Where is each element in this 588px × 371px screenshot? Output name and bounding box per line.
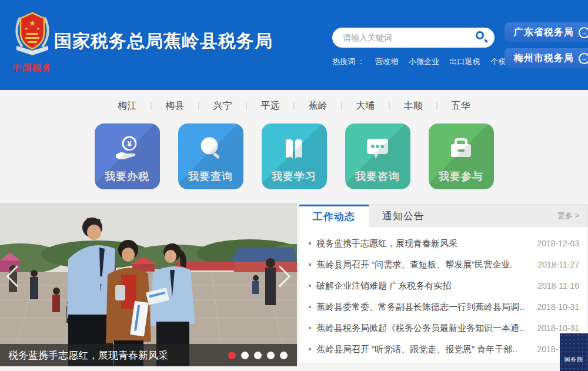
search-icon bbox=[476, 31, 484, 39]
nav-separator: 丨 bbox=[143, 101, 160, 112]
site-logo: ★ ★ ★ 中国税务 bbox=[9, 11, 55, 73]
guangdong-tax-bureau-button[interactable]: 广东省税务局 → bbox=[505, 22, 588, 42]
city-nav-item-xingning[interactable]: 兴宁 bbox=[208, 98, 238, 114]
city-nav-item-dabu[interactable]: 大埔 bbox=[350, 98, 381, 114]
svg-text:★: ★ bbox=[29, 19, 36, 28]
bullet-icon bbox=[309, 285, 311, 287]
news-tabbar: 工作动态 通知公告 更多 > bbox=[299, 205, 587, 227]
service-button-participate[interactable]: 我要参与 bbox=[429, 123, 494, 189]
news-item[interactable]: 蕉岭县局召开 “问需求、查短板、帮发展”民营企业. 2018-11-27 bbox=[308, 254, 579, 275]
hand-coin-icon: ¥ bbox=[95, 123, 160, 167]
search-bar[interactable] bbox=[332, 28, 495, 48]
news-item[interactable]: 蕉岭县局召开 “听党话、跟党走、报党恩” 青年干部.. 2018-10-31 bbox=[308, 339, 579, 360]
news-item-title[interactable]: 破解企业注销难题 广东税务有实招 bbox=[316, 280, 532, 292]
service-label: 我要查询 bbox=[178, 169, 243, 183]
news-item[interactable]: 税务蓝携手志愿红，展现青春新风采 2018-12-03 bbox=[308, 233, 579, 254]
city-nav-item-wuhua[interactable]: 五华 bbox=[446, 98, 476, 114]
service-label: 我要咨询 bbox=[345, 169, 410, 183]
hot-word-link[interactable]: 营改增 bbox=[375, 57, 398, 66]
arrow-circle-icon: → bbox=[579, 53, 588, 64]
carousel-photo bbox=[0, 203, 297, 366]
meizhou-tax-bureau-button[interactable]: 梅州市税务局 → bbox=[505, 48, 588, 68]
news-item-date: 2018-11-27 bbox=[532, 260, 579, 269]
city-nav-item-pingyuan[interactable]: 平远 bbox=[255, 98, 286, 114]
hot-word-link[interactable]: 出口退税 bbox=[450, 57, 480, 66]
nav-separator: 丨 bbox=[381, 101, 398, 112]
search-input[interactable] bbox=[332, 33, 471, 42]
carousel-dots bbox=[228, 352, 297, 359]
tab-work-trends[interactable]: 工作动态 bbox=[299, 205, 369, 227]
state-council-float-widget[interactable]: 国务院 bbox=[560, 333, 588, 371]
nav-separator: 丨 bbox=[191, 101, 208, 112]
news-item[interactable]: 破解企业注销难题 广东税务有实招 2018-11-16 bbox=[308, 275, 579, 296]
city-nav-item-meixian[interactable]: 梅县 bbox=[160, 98, 191, 114]
nav-separator: 丨 bbox=[429, 101, 446, 112]
news-item-date: 2018-11-16 bbox=[532, 281, 579, 290]
bullet-icon bbox=[309, 263, 311, 266]
news-item-title[interactable]: 税务蓝携手志愿红，展现青春新风采 bbox=[316, 238, 531, 249]
news-item-title[interactable]: 蕉岭县局召开 “听党话、跟党走、报党恩” 青年干部.. bbox=[316, 344, 531, 355]
magnifier-icon bbox=[178, 123, 243, 167]
open-book-icon bbox=[262, 123, 327, 167]
news-item-title[interactable]: 蕉岭县税务局掀起《税务公务员最新业务知识一本通.. bbox=[316, 323, 531, 334]
hot-word-link[interactable]: 小微企业 bbox=[409, 57, 439, 66]
city-nav: 梅江 丨 梅县 丨 兴宁 丨 平远 丨 蕉岭 丨 大埔 丨 丰顺 丨 五华 bbox=[0, 98, 588, 114]
carousel-dot[interactable] bbox=[228, 352, 236, 359]
service-label: 我要办税 bbox=[95, 169, 160, 183]
logo-caption: 中国税务 bbox=[9, 62, 56, 73]
svg-text:★: ★ bbox=[25, 26, 28, 31]
bullet-icon bbox=[309, 348, 311, 350]
city-nav-item-meijiang[interactable]: 梅江 bbox=[112, 98, 143, 114]
more-link[interactable]: 更多 > bbox=[557, 205, 587, 227]
site-header: ★ ★ ★ 中国税务 国家税务总局蕉岭县税务局 热搜词 ： 营改增 小微企业 出… bbox=[0, 0, 588, 90]
carousel-caption-band: 税务蓝携手志愿红，展现青春新风采 bbox=[0, 344, 297, 366]
service-buttons-row: ¥ 我要办税 我要查询 我要 bbox=[0, 123, 588, 189]
news-item-date: 2018-10-31 bbox=[531, 323, 579, 333]
carousel-dot[interactable] bbox=[241, 352, 249, 359]
carousel-dot[interactable] bbox=[254, 352, 262, 359]
news-item-date: 2018-10-31 bbox=[531, 302, 579, 312]
tab-notices[interactable]: 通知公告 bbox=[369, 205, 438, 227]
quick-link-label: 广东省税务局 bbox=[514, 26, 574, 39]
city-nav-item-jiaoling[interactable]: 蕉岭 bbox=[303, 98, 333, 114]
hot-word-link[interactable]: 个税 bbox=[490, 57, 506, 66]
nav-separator: 丨 bbox=[238, 101, 255, 112]
carousel-dot[interactable] bbox=[280, 352, 288, 359]
service-button-learn[interactable]: 我要学习 bbox=[262, 123, 327, 189]
page-title: 国家税务总局蕉岭县税务局 bbox=[54, 29, 273, 54]
news-panel: 工作动态 通知公告 更多 > 税务蓝携手志愿红，展现青春新风采 2018-12-… bbox=[299, 204, 588, 364]
arrow-circle-icon: → bbox=[579, 27, 588, 38]
service-label: 我要参与 bbox=[429, 169, 494, 183]
news-item[interactable]: 蕉岭县委常委、常务副县长陈德志一行到蕉岭县局调.. 2018-10-31 bbox=[308, 296, 579, 317]
bullet-icon bbox=[309, 242, 311, 245]
float-widget-label: 国务院 bbox=[560, 356, 588, 364]
news-item-title[interactable]: 蕉岭县局召开 “问需求、查短板、帮发展”民营企业. bbox=[316, 259, 532, 270]
chat-bubble-icon bbox=[345, 123, 410, 167]
service-button-pay-tax[interactable]: ¥ 我要办税 bbox=[95, 123, 160, 189]
service-button-inquiry[interactable]: 我要查询 bbox=[178, 123, 243, 189]
svg-text:★: ★ bbox=[36, 26, 40, 31]
page: ★ ★ ★ 中国税务 国家税务总局蕉岭县税务局 热搜词 ： 营改增 小微企业 出… bbox=[0, 0, 588, 371]
bullet-icon bbox=[309, 306, 311, 308]
svg-text:¥: ¥ bbox=[127, 139, 132, 148]
bullet-icon bbox=[309, 327, 311, 329]
search-button[interactable] bbox=[471, 28, 495, 48]
tax-emblem-icon: ★ ★ ★ bbox=[13, 11, 52, 59]
news-item-date: 2018-12-03 bbox=[531, 239, 579, 248]
news-carousel: 税务蓝携手志愿红，展现青春新风采 bbox=[0, 203, 297, 366]
hot-search-label: 热搜词 ： bbox=[332, 57, 365, 66]
service-button-consult[interactable]: 我要咨询 bbox=[345, 123, 410, 189]
news-item-title[interactable]: 蕉岭县委常委、常务副县长陈德志一行到蕉岭县局调.. bbox=[316, 302, 531, 313]
nav-separator: 丨 bbox=[333, 101, 350, 112]
hot-search-row: 热搜词 ： 营改增 小微企业 出口退税 个税 bbox=[332, 56, 514, 67]
basket-icon bbox=[429, 123, 494, 167]
quick-link-label: 梅州市税务局 bbox=[514, 52, 574, 65]
carousel-dot[interactable] bbox=[267, 352, 275, 359]
nav-separator: 丨 bbox=[286, 101, 303, 112]
news-list: 税务蓝携手志愿红，展现青春新风采 2018-12-03 蕉岭县局召开 “问需求、… bbox=[299, 227, 587, 360]
service-label: 我要学习 bbox=[262, 169, 327, 183]
carousel-caption: 税务蓝携手志愿红，展现青春新风采 bbox=[0, 349, 228, 362]
news-item[interactable]: 蕉岭县税务局掀起《税务公务员最新业务知识一本通.. 2018-10-31 bbox=[308, 317, 579, 339]
city-nav-item-fengshun[interactable]: 丰顺 bbox=[398, 98, 429, 114]
